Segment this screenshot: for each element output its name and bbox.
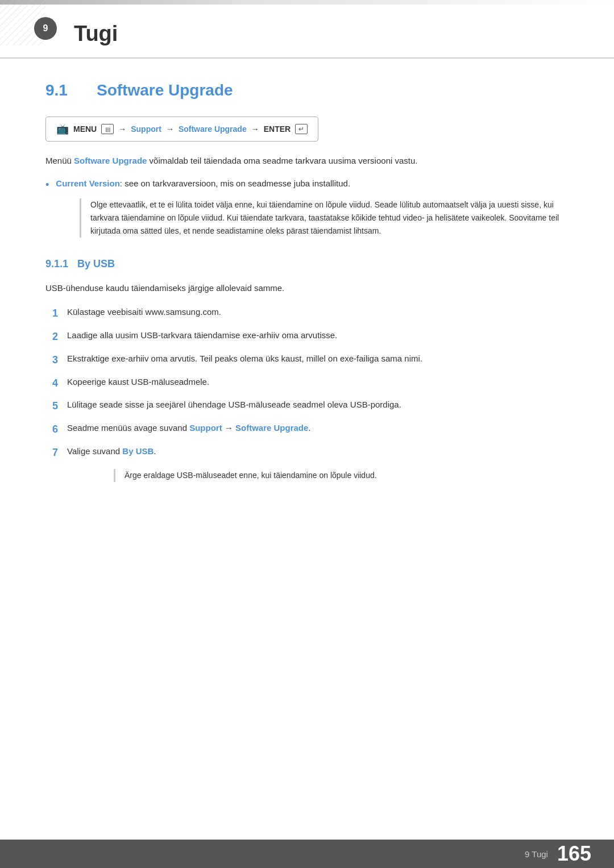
step-text-4: Kopeerige kaust USB-mäluseadmele. bbox=[67, 375, 569, 389]
bullet-text: Current Version: see on tarkvaraversioon… bbox=[56, 177, 350, 190]
subsection-title: By USB bbox=[77, 258, 115, 270]
step-text-1: Külastage veebisaiti www.samsung.com. bbox=[67, 305, 569, 319]
chapter-header: 9 Tugi bbox=[0, 5, 614, 59]
subsection-intro: USB-ühenduse kaudu täiendamiseks järgige… bbox=[45, 281, 569, 295]
arrow-3: → bbox=[251, 124, 259, 134]
enter-label: ENTER bbox=[264, 124, 291, 134]
section-number: 9.1 bbox=[45, 81, 85, 99]
step-text-6: Seadme menüüs avage suvand Support → Sof… bbox=[67, 421, 569, 435]
list-item: 5 Lülitage seade sisse ja seejärel ühend… bbox=[45, 398, 569, 414]
subsection-number: 9.1.1 bbox=[45, 258, 68, 270]
software-upgrade-link: Software Upgrade bbox=[179, 124, 247, 134]
section-9-1-header: 9.1 Software Upgrade bbox=[45, 81, 569, 99]
intro-text: Menüü Software Upgrade võimaldab teil tä… bbox=[45, 154, 569, 168]
grid-icon: ▤ bbox=[101, 124, 114, 134]
main-content: 9.1 Software Upgrade 📺 MENU ▤ → Support … bbox=[0, 59, 614, 516]
final-note: Ärge eraldage USB-mäluseadet enne, kui t… bbox=[114, 469, 569, 482]
step-text-3: Ekstraktige exe-arhiiv oma arvutis. Teil… bbox=[67, 352, 569, 366]
step-text-2: Laadige alla uusim USB-tarkvara täiendam… bbox=[67, 329, 569, 342]
support-link: Support bbox=[131, 124, 161, 134]
step-number-5: 5 bbox=[45, 398, 58, 414]
list-item: 1 Külastage veebisaiti www.samsung.com. bbox=[45, 305, 569, 322]
numbered-steps-list: 1 Külastage veebisaiti www.samsung.com. … bbox=[45, 305, 569, 461]
bullet-section: • Current Version: see on tarkvaraversio… bbox=[45, 177, 569, 238]
bullet-item: • Current Version: see on tarkvaraversio… bbox=[45, 177, 569, 193]
step-number-3: 3 bbox=[45, 352, 58, 368]
arrow-1: → bbox=[118, 124, 126, 134]
list-item: 7 Valige suvand By USB. bbox=[45, 445, 569, 461]
menu-label: MENU bbox=[73, 124, 97, 134]
step-number-2: 2 bbox=[45, 329, 58, 345]
indented-note: Olge ettevaatlik, et te ei lülita toidet… bbox=[80, 198, 569, 238]
menu-path-box: 📺 MENU ▤ → Support → Software Upgrade → … bbox=[45, 117, 318, 142]
step-text-7: Valige suvand By USB. bbox=[67, 445, 569, 458]
step-number-1: 1 bbox=[45, 305, 58, 322]
arrow-2: → bbox=[166, 124, 174, 134]
bullet-dot: • bbox=[45, 177, 49, 193]
step-number-4: 4 bbox=[45, 375, 58, 392]
chapter-number-circle: 9 bbox=[34, 17, 57, 40]
subsection-9-1-1-header: 9.1.1 By USB bbox=[45, 258, 569, 270]
footer-chapter-label: 9 Tugi bbox=[525, 849, 548, 859]
list-item: 3 Ekstraktige exe-arhiiv oma arvutis. Te… bbox=[45, 352, 569, 368]
list-item: 2 Laadige alla uusim USB-tarkvara täiend… bbox=[45, 329, 569, 345]
list-item: 6 Seadme menüüs avage suvand Support → S… bbox=[45, 421, 569, 438]
list-item: 4 Kopeerige kaust USB-mäluseadmele. bbox=[45, 375, 569, 392]
menu-icon: 📺 bbox=[56, 123, 69, 135]
step-text-5: Lülitage seade sisse ja seejärel ühendag… bbox=[67, 398, 569, 412]
step-number-7: 7 bbox=[45, 445, 58, 461]
enter-icon: ↵ bbox=[295, 124, 308, 134]
chapter-title: Tugi bbox=[74, 22, 118, 45]
footer-page-number: 165 bbox=[557, 842, 591, 866]
step-number-6: 6 bbox=[45, 421, 58, 438]
section-title: Software Upgrade bbox=[97, 81, 233, 99]
page-footer: 9 Tugi 165 bbox=[0, 840, 614, 868]
top-stripe bbox=[0, 0, 614, 5]
final-note-container: Ärge eraldage USB-mäluseadet enne, kui t… bbox=[80, 469, 569, 482]
